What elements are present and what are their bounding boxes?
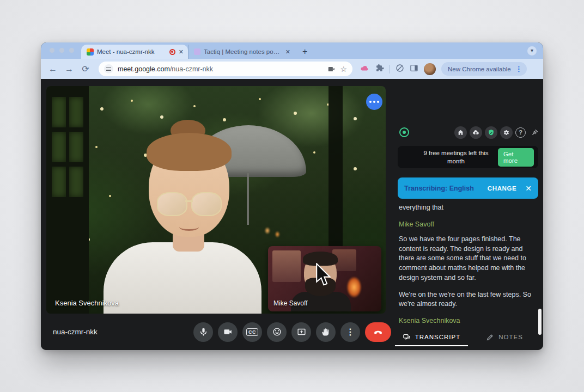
pip-name-label: Mike Savoff	[273, 299, 307, 307]
tab-transcript-label: TRANSCRIPT	[415, 334, 460, 340]
browser-toolbar: ← → ⟳ meet.google.com/nua-czmr-nkk ☆	[41, 59, 543, 79]
help-button[interactable]: ?	[515, 127, 526, 138]
chrome-menu-icon[interactable]: ⋮	[515, 65, 522, 73]
main-video: Mike Savoff Ksenia Svechnikova	[46, 86, 386, 314]
transcript-speaker: Ksenia Svechnikova	[399, 317, 531, 324]
extension-pink-icon[interactable]	[360, 64, 370, 74]
extensions-puzzle-icon[interactable]	[375, 64, 384, 75]
more-options-button[interactable]: ⋮	[340, 322, 360, 342]
back-button[interactable]: ←	[46, 64, 59, 74]
window-pane	[52, 167, 66, 197]
candle-glow	[260, 223, 285, 242]
recording-indicator-icon	[169, 49, 175, 55]
tactiq-sidebar: ? 9 free meetings left this month Get mo…	[395, 124, 541, 350]
minimize-window-button[interactable]	[59, 48, 64, 53]
forward-button[interactable]: →	[63, 64, 76, 74]
window-frame-left	[46, 86, 89, 314]
door-frame-right	[328, 86, 343, 249]
mouse-cursor	[315, 263, 332, 288]
maximize-window-button[interactable]	[69, 48, 74, 53]
privacy-shield-button[interactable]	[485, 126, 497, 139]
tab-tactiq[interactable]: Tactiq | Meeting notes power ✕	[188, 45, 295, 59]
desktop-background: Meet - nua-czmr-nkk ✕ Tactiq | Meeting n…	[0, 0, 584, 392]
tab-transcript[interactable]: TRANSCRIPT	[395, 329, 468, 346]
glasses-bridge	[185, 200, 193, 202]
window-pane	[52, 132, 66, 162]
meet-favicon-icon	[87, 48, 94, 56]
site-settings-icon[interactable]	[104, 64, 113, 74]
window-pane	[69, 132, 83, 162]
tactiq-chat-bubble-button[interactable]	[366, 94, 382, 110]
transcript-speaker: Mike Savoff	[399, 220, 531, 228]
extension-circle-icon[interactable]	[396, 64, 404, 75]
close-tab-icon[interactable]: ✕	[285, 48, 290, 56]
window-pane	[52, 97, 66, 127]
url-text: meet.google.com/nua-czmr-nkk	[118, 65, 323, 73]
meet-page: Mike Savoff Ksenia Svechnikova nua-czmr-…	[41, 79, 543, 350]
transcript-text: everything that	[399, 203, 531, 213]
bookmark-star-icon[interactable]: ☆	[340, 65, 347, 74]
connector-button[interactable]	[528, 126, 541, 139]
close-banner-icon[interactable]: ✕	[525, 184, 532, 193]
transcript-text: We're on the we're on the last few steps…	[399, 290, 531, 310]
tactiq-logo-icon	[399, 127, 409, 137]
tactiq-favicon-icon	[194, 48, 200, 55]
tactiq-header: ?	[395, 124, 541, 141]
cloud-upload-button[interactable]	[470, 126, 482, 139]
participant-smile	[179, 223, 199, 231]
toolbar-divider	[390, 65, 390, 74]
tab-meet[interactable]: Meet - nua-czmr-nkk ✕	[81, 45, 188, 59]
tab-strip: Meet - nua-czmr-nkk ✕ Tactiq | Meeting n…	[41, 42, 543, 59]
participant-name-label: Ksenia Svechnikova	[55, 299, 119, 307]
transcript-text: So we have the four pages finished. The …	[399, 235, 531, 283]
reload-button[interactable]: ⟳	[79, 64, 92, 74]
pip-window-light	[272, 250, 301, 282]
close-tab-icon[interactable]: ✕	[179, 48, 184, 56]
transcribing-banner: Transcribing: English CHANGE ✕	[398, 177, 538, 199]
close-window-button[interactable]	[50, 48, 54, 53]
window-controls[interactable]	[50, 48, 74, 53]
change-language-button[interactable]: CHANGE	[488, 185, 516, 192]
tab-notes[interactable]: NOTES	[468, 329, 541, 346]
reactions-button[interactable]	[267, 322, 287, 342]
new-chrome-button[interactable]: New Chrome available ⋮	[441, 62, 527, 76]
tab-notes-label: NOTES	[498, 334, 523, 340]
call-controls: CC ⋮	[193, 322, 391, 342]
tab-label: Meet - nua-czmr-nkk	[97, 48, 166, 55]
new-tab-button[interactable]: +	[302, 47, 307, 59]
glasses-left-lens	[157, 192, 187, 216]
tab-search-button[interactable]: ▾	[527, 46, 537, 56]
get-more-button[interactable]: Get more	[498, 148, 534, 167]
umbrella-pole	[247, 173, 249, 225]
url-path: /nua-czmr-nkk	[170, 65, 213, 73]
end-call-button[interactable]	[365, 322, 391, 342]
present-button[interactable]	[291, 322, 311, 342]
meet-control-bar: nua-czmr-nkk CC	[41, 314, 395, 350]
side-panel-icon[interactable]	[410, 64, 418, 75]
tab-media-icon[interactable]	[327, 65, 336, 73]
quota-text: 9 free meetings left this month	[414, 149, 498, 166]
glasses-right-lens	[191, 192, 222, 216]
window-pane	[69, 167, 83, 197]
sidebar-scrollbar[interactable]	[538, 309, 542, 335]
quota-banner: 9 free meetings left this month Get more	[398, 146, 538, 168]
participant-hair	[147, 133, 232, 171]
microphone-button[interactable]	[193, 322, 213, 342]
browser-window: Meet - nua-czmr-nkk ✕ Tactiq | Meeting n…	[41, 42, 543, 350]
settings-gear-button[interactable]	[500, 126, 513, 139]
participant-shirt	[104, 242, 261, 314]
profile-avatar[interactable]	[424, 63, 436, 75]
new-chrome-label: New Chrome available	[448, 66, 511, 72]
tactiq-header-actions: ?	[454, 126, 541, 139]
camera-button[interactable]	[218, 322, 238, 342]
sidebar-tabs: TRANSCRIPT NOTES	[395, 329, 541, 346]
transcript-list[interactable]: everything that Mike Savoff So we have t…	[395, 199, 541, 329]
address-bar[interactable]: meet.google.com/nua-czmr-nkk ☆	[99, 62, 352, 76]
transcribing-label: Transcribing: English	[404, 185, 474, 192]
home-button[interactable]	[454, 126, 467, 139]
meeting-code-label: nua-czmr-nkk	[53, 328, 98, 336]
window-pane	[69, 97, 83, 127]
tab-label: Tactiq | Meeting notes power	[204, 48, 282, 55]
captions-button[interactable]: CC	[242, 322, 262, 342]
raise-hand-button[interactable]	[316, 322, 336, 342]
